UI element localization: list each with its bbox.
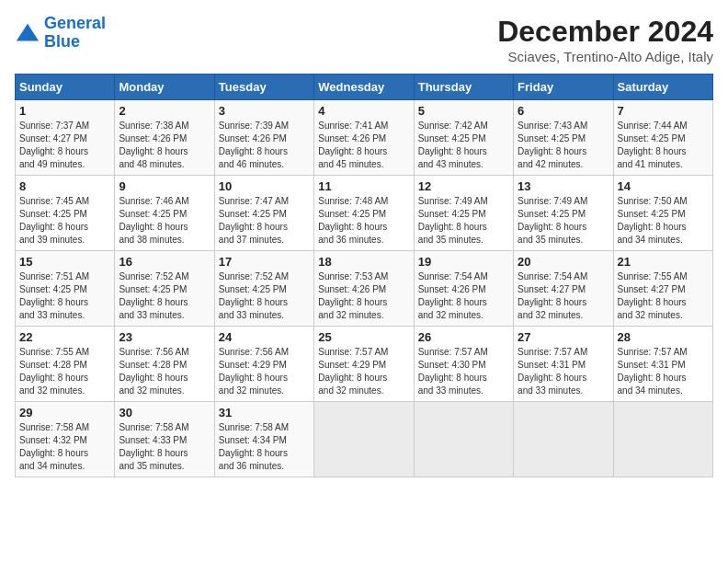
day-number: 3 <box>219 104 310 118</box>
day-info: Sunrise: 7:49 AM Sunset: 4:25 PM Dayligh… <box>418 195 509 247</box>
calendar-cell: 31Sunrise: 7:58 AM Sunset: 4:34 PM Dayli… <box>214 402 313 477</box>
day-number: 17 <box>219 255 310 269</box>
day-info: Sunrise: 7:45 AM Sunset: 4:25 PM Dayligh… <box>19 195 110 247</box>
calendar-cell: 29Sunrise: 7:58 AM Sunset: 4:32 PM Dayli… <box>16 402 115 477</box>
calendar-cell <box>314 402 414 477</box>
day-info: Sunrise: 7:44 AM Sunset: 4:25 PM Dayligh… <box>618 120 709 171</box>
day-info: Sunrise: 7:56 AM Sunset: 4:28 PM Dayligh… <box>119 346 210 397</box>
calendar-cell <box>514 402 613 477</box>
calendar-cell: 23Sunrise: 7:56 AM Sunset: 4:28 PM Dayli… <box>115 327 214 402</box>
calendar-cell: 15Sunrise: 7:51 AM Sunset: 4:25 PM Dayli… <box>16 251 115 327</box>
day-number: 20 <box>518 255 609 269</box>
calendar-cell: 8Sunrise: 7:45 AM Sunset: 4:25 PM Daylig… <box>16 176 115 251</box>
day-number: 12 <box>418 179 509 193</box>
header-tuesday: Tuesday <box>214 75 313 100</box>
calendar-cell: 1Sunrise: 7:37 AM Sunset: 4:27 PM Daylig… <box>16 100 115 176</box>
day-number: 16 <box>119 255 210 269</box>
day-number: 10 <box>219 179 310 193</box>
title-area: December 2024 Sciaves, Trentino-Alto Adi… <box>497 15 713 64</box>
calendar-header-row: SundayMondayTuesdayWednesdayThursdayFrid… <box>16 75 713 100</box>
day-number: 28 <box>618 330 709 344</box>
day-number: 18 <box>318 255 409 269</box>
day-number: 22 <box>19 330 110 344</box>
calendar-cell: 25Sunrise: 7:57 AM Sunset: 4:29 PM Dayli… <box>314 327 414 402</box>
calendar-cell <box>613 402 712 477</box>
logo-icon <box>15 20 40 46</box>
day-info: Sunrise: 7:58 AM Sunset: 4:34 PM Dayligh… <box>219 421 310 473</box>
day-info: Sunrise: 7:57 AM Sunset: 4:30 PM Dayligh… <box>418 346 509 397</box>
day-number: 11 <box>318 179 409 193</box>
day-info: Sunrise: 7:58 AM Sunset: 4:33 PM Dayligh… <box>119 421 210 473</box>
day-number: 9 <box>119 179 210 193</box>
logo-text: General Blue <box>44 15 106 52</box>
calendar-cell: 14Sunrise: 7:50 AM Sunset: 4:25 PM Dayli… <box>613 176 712 251</box>
header-sunday: Sunday <box>16 75 115 100</box>
day-number: 26 <box>418 330 509 344</box>
day-info: Sunrise: 7:42 AM Sunset: 4:25 PM Dayligh… <box>418 120 509 171</box>
day-number: 23 <box>119 330 210 344</box>
day-number: 7 <box>618 104 709 118</box>
calendar-cell: 24Sunrise: 7:56 AM Sunset: 4:29 PM Dayli… <box>214 327 313 402</box>
calendar-week-row: 15Sunrise: 7:51 AM Sunset: 4:25 PM Dayli… <box>16 251 713 327</box>
day-info: Sunrise: 7:57 AM Sunset: 4:31 PM Dayligh… <box>518 346 609 397</box>
header-friday: Friday <box>514 75 613 100</box>
header: General Blue December 2024 Sciaves, Tren… <box>15 15 713 64</box>
day-info: Sunrise: 7:52 AM Sunset: 4:25 PM Dayligh… <box>119 270 210 322</box>
day-number: 8 <box>19 179 110 193</box>
calendar-cell: 10Sunrise: 7:47 AM Sunset: 4:25 PM Dayli… <box>214 176 313 251</box>
calendar-cell: 16Sunrise: 7:52 AM Sunset: 4:25 PM Dayli… <box>115 251 214 327</box>
calendar-week-row: 8Sunrise: 7:45 AM Sunset: 4:25 PM Daylig… <box>16 176 713 251</box>
calendar-cell: 7Sunrise: 7:44 AM Sunset: 4:25 PM Daylig… <box>613 100 712 176</box>
day-info: Sunrise: 7:50 AM Sunset: 4:25 PM Dayligh… <box>618 195 709 247</box>
logo: General Blue <box>15 15 106 52</box>
day-info: Sunrise: 7:55 AM Sunset: 4:28 PM Dayligh… <box>19 346 110 397</box>
day-info: Sunrise: 7:58 AM Sunset: 4:32 PM Dayligh… <box>19 421 110 473</box>
day-number: 31 <box>219 406 310 419</box>
day-info: Sunrise: 7:37 AM Sunset: 4:27 PM Dayligh… <box>19 120 110 171</box>
calendar-cell: 27Sunrise: 7:57 AM Sunset: 4:31 PM Dayli… <box>514 327 613 402</box>
day-number: 13 <box>518 179 609 193</box>
day-info: Sunrise: 7:51 AM Sunset: 4:25 PM Dayligh… <box>19 270 110 322</box>
day-info: Sunrise: 7:55 AM Sunset: 4:27 PM Dayligh… <box>618 270 709 322</box>
subtitle: Sciaves, Trentino-Alto Adige, Italy <box>497 49 713 64</box>
day-info: Sunrise: 7:57 AM Sunset: 4:29 PM Dayligh… <box>318 346 409 397</box>
day-number: 19 <box>418 255 509 269</box>
calendar-cell: 2Sunrise: 7:38 AM Sunset: 4:26 PM Daylig… <box>115 100 214 176</box>
calendar-cell: 22Sunrise: 7:55 AM Sunset: 4:28 PM Dayli… <box>16 327 115 402</box>
day-info: Sunrise: 7:38 AM Sunset: 4:26 PM Dayligh… <box>119 120 210 171</box>
day-info: Sunrise: 7:43 AM Sunset: 4:25 PM Dayligh… <box>518 120 609 171</box>
day-number: 25 <box>318 330 409 344</box>
calendar-cell: 20Sunrise: 7:54 AM Sunset: 4:27 PM Dayli… <box>514 251 613 327</box>
day-info: Sunrise: 7:53 AM Sunset: 4:26 PM Dayligh… <box>318 270 409 322</box>
day-info: Sunrise: 7:57 AM Sunset: 4:31 PM Dayligh… <box>618 346 709 397</box>
day-number: 30 <box>119 406 210 419</box>
calendar-cell: 12Sunrise: 7:49 AM Sunset: 4:25 PM Dayli… <box>414 176 513 251</box>
day-info: Sunrise: 7:39 AM Sunset: 4:26 PM Dayligh… <box>219 120 310 171</box>
day-info: Sunrise: 7:52 AM Sunset: 4:25 PM Dayligh… <box>219 270 310 322</box>
day-number: 1 <box>19 104 110 118</box>
day-number: 29 <box>19 406 110 419</box>
calendar-cell: 19Sunrise: 7:54 AM Sunset: 4:26 PM Dayli… <box>414 251 513 327</box>
header-saturday: Saturday <box>613 75 712 100</box>
day-info: Sunrise: 7:54 AM Sunset: 4:26 PM Dayligh… <box>418 270 509 322</box>
calendar-cell: 13Sunrise: 7:49 AM Sunset: 4:25 PM Dayli… <box>514 176 613 251</box>
day-info: Sunrise: 7:48 AM Sunset: 4:25 PM Dayligh… <box>318 195 409 247</box>
svg-marker-0 <box>17 24 39 41</box>
calendar-cell: 17Sunrise: 7:52 AM Sunset: 4:25 PM Dayli… <box>214 251 313 327</box>
day-info: Sunrise: 7:56 AM Sunset: 4:29 PM Dayligh… <box>219 346 310 397</box>
day-number: 15 <box>19 255 110 269</box>
day-info: Sunrise: 7:49 AM Sunset: 4:25 PM Dayligh… <box>518 195 609 247</box>
calendar-cell: 28Sunrise: 7:57 AM Sunset: 4:31 PM Dayli… <box>613 327 712 402</box>
calendar-cell: 9Sunrise: 7:46 AM Sunset: 4:25 PM Daylig… <box>115 176 214 251</box>
calendar-table: SundayMondayTuesdayWednesdayThursdayFrid… <box>15 74 713 477</box>
day-number: 27 <box>518 330 609 344</box>
calendar-cell: 4Sunrise: 7:41 AM Sunset: 4:26 PM Daylig… <box>314 100 414 176</box>
calendar-cell: 21Sunrise: 7:55 AM Sunset: 4:27 PM Dayli… <box>613 251 712 327</box>
calendar-cell: 30Sunrise: 7:58 AM Sunset: 4:33 PM Dayli… <box>115 402 214 477</box>
calendar-cell: 6Sunrise: 7:43 AM Sunset: 4:25 PM Daylig… <box>514 100 613 176</box>
calendar-cell: 11Sunrise: 7:48 AM Sunset: 4:25 PM Dayli… <box>314 176 414 251</box>
day-info: Sunrise: 7:46 AM Sunset: 4:25 PM Dayligh… <box>119 195 210 247</box>
day-number: 14 <box>618 179 709 193</box>
header-thursday: Thursday <box>414 75 513 100</box>
day-number: 21 <box>618 255 709 269</box>
